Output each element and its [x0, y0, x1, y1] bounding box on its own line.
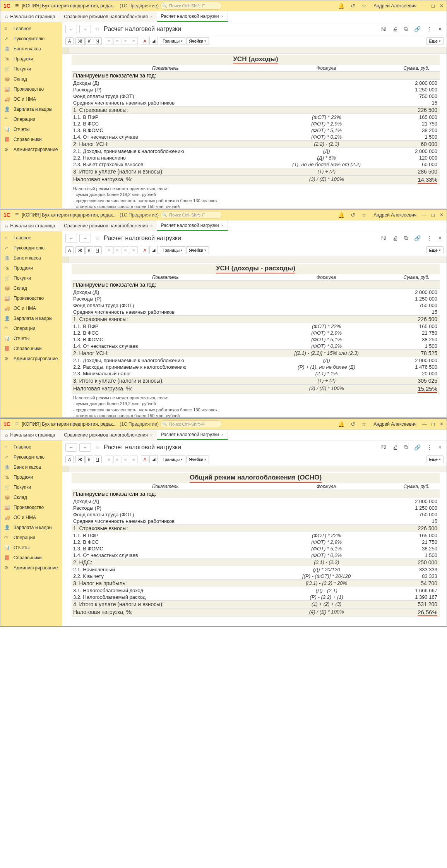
print-icon[interactable]: 🖨: [390, 235, 400, 241]
search-input[interactable]: Поиск Ctrl+Shift+F: [160, 2, 222, 10]
close-button[interactable]: ✕: [438, 3, 445, 9]
save-icon[interactable]: 🖫: [379, 26, 388, 32]
sidebar-item[interactable]: ≡Главное: [0, 24, 62, 34]
maximize-button[interactable]: ◻: [430, 421, 437, 427]
borders-dropdown[interactable]: Границы: [160, 37, 185, 45]
copy-icon[interactable]: ⧉: [402, 26, 410, 32]
underline-button[interactable]: Ч: [94, 37, 102, 45]
sidebar-item[interactable]: 📊Отчеты: [0, 333, 62, 344]
minimize-button[interactable]: —: [421, 3, 428, 9]
sidebar-item[interactable]: 🏭Производство: [0, 293, 62, 303]
close-icon[interactable]: ×: [221, 432, 224, 437]
bell-icon[interactable]: 🔔: [336, 3, 347, 9]
sidebar-item[interactable]: ↗Руководителю: [0, 452, 62, 462]
star-icon[interactable]: ☆: [359, 212, 369, 218]
bold-button[interactable]: Ж: [75, 37, 85, 45]
user-name[interactable]: Андрей Алексеевич: [370, 212, 420, 218]
link-icon[interactable]: 🔗: [412, 235, 423, 241]
star-icon[interactable]: ☆: [359, 3, 369, 9]
sidebar-item[interactable]: 📦Склад: [0, 74, 62, 84]
align-right-button[interactable]: ≡: [122, 37, 129, 45]
align-left-button[interactable]: ≡: [105, 37, 113, 45]
sidebar-item[interactable]: 🚚ОС и НМА: [0, 303, 62, 313]
close-panel-icon[interactable]: ×: [437, 444, 444, 450]
more-icon[interactable]: ⋮: [425, 444, 434, 450]
close-icon[interactable]: ×: [150, 14, 152, 19]
sidebar-item[interactable]: 🏦Банк и касса: [0, 253, 62, 263]
user-name[interactable]: Андрей Алексеевич: [370, 3, 420, 9]
sidebar-item[interactable]: 👤Зарплата и кадры: [0, 523, 62, 533]
bold-button[interactable]: Ж: [75, 455, 85, 463]
cells-dropdown[interactable]: Ячейки: [186, 246, 209, 254]
font-button[interactable]: А: [65, 246, 74, 254]
sidebar-item[interactable]: 📦Склад: [0, 492, 62, 502]
italic-button[interactable]: К: [85, 246, 93, 254]
sidebar-item[interactable]: 🏦Банк и касса: [0, 44, 62, 54]
main-menu-icon[interactable]: ≡: [14, 211, 20, 218]
font-color-button[interactable]: А: [141, 455, 149, 463]
forward-button[interactable]: →: [79, 25, 91, 33]
align-justify-button[interactable]: ≡: [130, 455, 137, 463]
bg-color-button[interactable]: ◢: [149, 37, 158, 45]
borders-dropdown[interactable]: Границы: [160, 246, 185, 254]
align-left-button[interactable]: ≡: [105, 246, 113, 254]
close-icon[interactable]: ×: [221, 14, 224, 19]
underline-button[interactable]: Ч: [94, 455, 102, 463]
font-color-button[interactable]: А: [141, 246, 149, 254]
close-button[interactable]: ✕: [438, 212, 445, 218]
favorite-icon[interactable]: ☆: [93, 235, 101, 242]
copy-icon[interactable]: ⧉: [402, 235, 410, 241]
sidebar-item[interactable]: ᴬᵏОперации: [0, 323, 62, 333]
more-dropdown[interactable]: Еще: [426, 455, 444, 463]
sidebar-item[interactable]: 🛍Продажи: [0, 263, 62, 273]
align-justify-button[interactable]: ≡: [130, 246, 137, 254]
sidebar-item[interactable]: 👤Зарплата и кадры: [0, 313, 62, 323]
sidebar-item[interactable]: ≡Главное: [0, 233, 62, 243]
tab-compare-modes[interactable]: Сравнение режимов налогообложения ×: [60, 11, 157, 22]
sidebar-item[interactable]: ⚙Администрирование: [0, 563, 62, 573]
close-icon[interactable]: ×: [221, 223, 224, 228]
close-icon[interactable]: ×: [150, 433, 152, 437]
bold-button[interactable]: Ж: [75, 246, 85, 254]
font-button[interactable]: А: [65, 455, 74, 463]
minimize-button[interactable]: —: [421, 421, 428, 427]
search-input[interactable]: Поиск Ctrl+Shift+F: [160, 211, 222, 219]
sidebar-item[interactable]: 🏦Банк и касса: [0, 462, 62, 472]
sidebar-item[interactable]: 🛒Покупки: [0, 273, 62, 283]
bg-color-button[interactable]: ◢: [149, 246, 158, 254]
sidebar-item[interactable]: ⚙Администрирование: [0, 144, 62, 155]
bell-icon[interactable]: 🔔: [336, 212, 347, 218]
home-tab[interactable]: ⌂Начальная страница: [0, 430, 60, 440]
close-panel-icon[interactable]: ×: [437, 26, 444, 32]
italic-button[interactable]: К: [85, 37, 93, 45]
home-tab[interactable]: ⌂ Начальная страница: [0, 11, 60, 22]
sidebar-item[interactable]: ≡Главное: [0, 442, 62, 452]
maximize-button[interactable]: ◻: [430, 3, 437, 9]
sidebar-item[interactable]: 🛍Продажи: [0, 472, 62, 482]
more-icon[interactable]: ⋮: [425, 235, 434, 241]
print-icon[interactable]: 🖨: [390, 444, 400, 450]
font-button[interactable]: А: [65, 37, 74, 45]
sidebar-item[interactable]: ᴬᵏОперации: [0, 533, 62, 543]
main-menu-icon[interactable]: ≡: [14, 2, 20, 9]
sidebar-item[interactable]: 🚚ОС и НМА: [0, 512, 62, 523]
font-color-button[interactable]: А: [141, 37, 149, 45]
sidebar-item[interactable]: 🛒Покупки: [0, 482, 62, 492]
cells-dropdown[interactable]: Ячейки: [186, 37, 209, 45]
sidebar-item[interactable]: ⚙Администрирование: [0, 354, 62, 364]
align-right-button[interactable]: ≡: [122, 246, 129, 254]
align-right-button[interactable]: ≡: [122, 455, 129, 463]
spreadsheet[interactable]: УСН (доходы) Показатель Формула Сумма, р…: [62, 48, 447, 208]
history-icon[interactable]: ↺: [348, 3, 358, 9]
main-menu-icon[interactable]: ≡: [14, 421, 20, 428]
underline-button[interactable]: Ч: [94, 246, 102, 254]
maximize-button[interactable]: ◻: [430, 212, 437, 218]
star-icon[interactable]: ☆: [359, 421, 369, 427]
favorite-icon[interactable]: ☆: [93, 444, 101, 451]
tab-tax-calc[interactable]: Расчет налоговой нагрузки×: [157, 220, 228, 231]
spreadsheet[interactable]: УСН (доходы - расходы) ПоказательФормула…: [62, 257, 447, 417]
more-dropdown[interactable]: Еще: [426, 37, 444, 45]
align-left-button[interactable]: ≡: [105, 455, 113, 463]
tab-tax-calc[interactable]: Расчет налоговой нагрузки×: [157, 430, 228, 440]
forward-button[interactable]: →: [79, 443, 91, 452]
